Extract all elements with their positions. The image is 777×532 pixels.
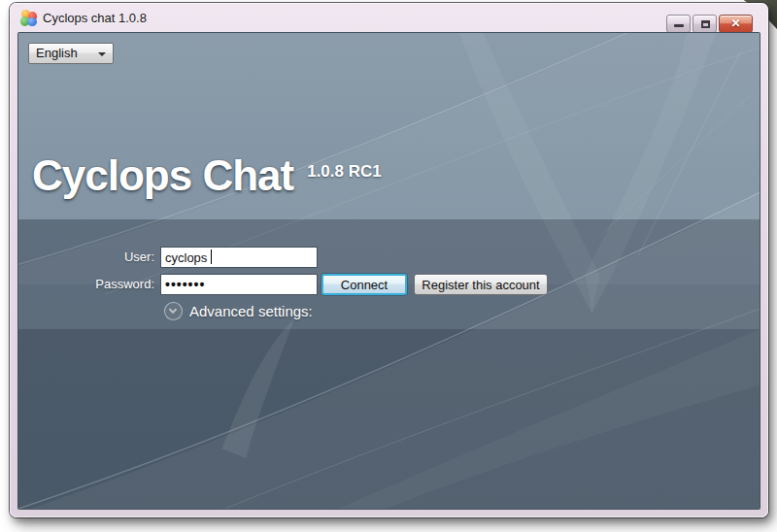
- app-title: Cyclops Chat: [32, 153, 293, 198]
- chevron-down-icon: [98, 52, 106, 56]
- window-controls: ✕: [666, 15, 753, 33]
- hero-banner: Cyclops Chat 1.0.8 RC1: [32, 153, 382, 198]
- minimize-button[interactable]: [666, 15, 691, 33]
- window-content: English Cyclops Chat 1.0.8 RC1 User: Pas…: [17, 32, 760, 510]
- language-select[interactable]: English: [28, 43, 114, 64]
- maximize-icon: [701, 20, 710, 28]
- close-button[interactable]: ✕: [719, 15, 753, 33]
- text-caret: [211, 249, 212, 264]
- app-version: 1.0.8 RC1: [307, 162, 382, 182]
- password-input[interactable]: [160, 274, 318, 295]
- minimize-icon: [674, 24, 684, 27]
- advanced-settings-expander[interactable]: [164, 302, 183, 320]
- close-icon: ✕: [730, 17, 740, 30]
- user-label: User:: [18, 247, 154, 268]
- language-select-value: English: [36, 44, 78, 63]
- maximize-button[interactable]: [693, 15, 717, 33]
- password-label: Password:: [18, 274, 154, 295]
- chevron-down-icon: [169, 306, 177, 314]
- background-art: [18, 33, 760, 509]
- app-logo-icon[interactable]: [20, 10, 37, 26]
- advanced-settings-label: Advanced settings:: [189, 302, 313, 320]
- titlebar[interactable]: Cyclops chat 1.0.8 ✕: [10, 3, 768, 32]
- user-input[interactable]: [160, 247, 318, 268]
- app-window: Cyclops chat 1.0.8 ✕: [10, 3, 768, 517]
- register-button[interactable]: Register this account: [414, 274, 548, 295]
- window-title: Cyclops chat 1.0.8: [43, 3, 147, 32]
- connect-button[interactable]: Connect: [321, 274, 407, 295]
